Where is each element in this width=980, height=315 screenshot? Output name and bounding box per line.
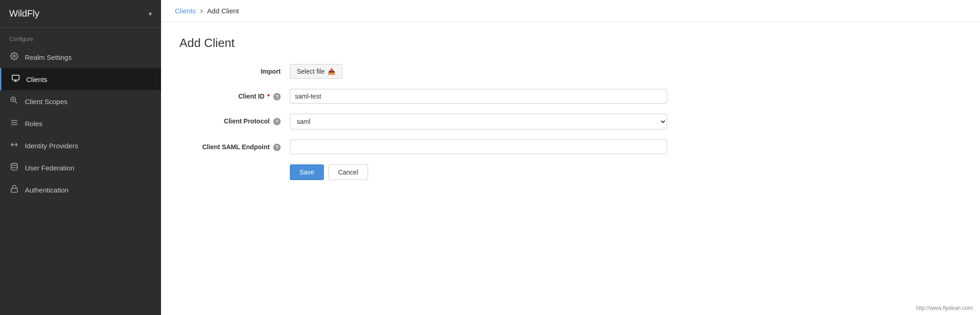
client-id-input[interactable] — [290, 89, 667, 104]
clients-icon — [11, 74, 21, 84]
breadcrumb-current: Add Client — [207, 7, 239, 15]
sidebar-item-authentication-label: Authentication — [25, 186, 69, 194]
sidebar-item-identity-providers-label: Identity Providers — [25, 142, 78, 150]
form-actions: Save Cancel — [179, 164, 686, 180]
roles-icon — [9, 118, 19, 128]
page-title: Add Client — [179, 36, 962, 50]
sidebar-item-authentication[interactable]: Authentication — [0, 179, 161, 201]
client-saml-endpoint-row: Client SAML Endpoint ? — [179, 140, 686, 154]
user-federation-icon — [9, 163, 19, 173]
sidebar-item-roles[interactable]: Roles — [0, 112, 161, 134]
sidebar-item-identity-providers[interactable]: Identity Providers — [0, 134, 161, 157]
svg-point-9 — [11, 163, 17, 166]
upload-icon: 📤 — [328, 68, 335, 75]
chevron-down-icon: ▾ — [149, 10, 152, 18]
realm-settings-icon — [9, 52, 19, 62]
client-protocol-label: Client Protocol ? — [179, 114, 281, 125]
breadcrumb: Clients > Add Client — [175, 7, 239, 15]
sidebar-item-client-scopes-label: Client Scopes — [25, 98, 68, 105]
client-saml-endpoint-help-icon[interactable]: ? — [273, 144, 281, 151]
sidebar-item-client-scopes[interactable]: Client Scopes — [0, 90, 161, 112]
authentication-icon — [9, 185, 19, 195]
sidebar-item-clients[interactable]: Clients — [0, 68, 161, 90]
sidebar-item-realm-settings[interactable]: Realm Settings — [0, 46, 161, 68]
sidebar-item-user-federation-label: User Federation — [25, 164, 75, 172]
sidebar-item-realm-settings-label: Realm Settings — [25, 53, 72, 61]
client-id-help-icon[interactable]: ? — [273, 93, 281, 100]
import-control: Select file 📤 — [290, 64, 686, 79]
client-protocol-help-icon[interactable]: ? — [273, 118, 281, 125]
sidebar-item-user-federation[interactable]: User Federation — [0, 157, 161, 179]
footer-url: http://www.flydean.com — [916, 305, 973, 311]
top-bar: Clients > Add Client — [161, 0, 980, 22]
app-name: WildFly — [9, 8, 40, 19]
required-star: * — [267, 93, 270, 100]
client-id-control — [290, 89, 686, 104]
select-file-button[interactable]: Select file 📤 — [290, 64, 342, 79]
client-id-label: Client ID * ? — [179, 89, 281, 100]
configure-label: Configure — [0, 28, 161, 46]
cancel-button[interactable]: Cancel — [329, 164, 368, 180]
identity-providers-icon — [9, 140, 19, 151]
svg-rect-10 — [11, 188, 17, 192]
client-saml-endpoint-input[interactable] — [290, 140, 667, 154]
client-protocol-select[interactable]: saml openid-connect — [290, 114, 667, 129]
breadcrumb-separator: > — [200, 7, 203, 15]
sidebar: WildFly ▾ Configure Realm Settings Clien… — [0, 0, 161, 315]
client-saml-endpoint-control — [290, 140, 686, 154]
import-row: Import Select file 📤 — [179, 64, 686, 79]
save-button[interactable]: Save — [290, 164, 324, 180]
breadcrumb-clients-link[interactable]: Clients — [175, 7, 196, 15]
select-file-label: Select file — [297, 68, 325, 75]
svg-point-0 — [13, 55, 16, 58]
svg-rect-1 — [12, 75, 19, 80]
sidebar-item-clients-label: Clients — [26, 76, 47, 83]
client-protocol-row: Client Protocol ? saml openid-connect — [179, 114, 686, 129]
sidebar-item-roles-label: Roles — [25, 120, 42, 128]
add-client-form: Import Select file 📤 Client ID * ? — [179, 64, 686, 180]
app-header[interactable]: WildFly ▾ — [0, 0, 161, 28]
main-content: Clients > Add Client Add Client Import S… — [161, 0, 980, 315]
page-body: Add Client Import Select file 📤 Client I… — [161, 22, 980, 315]
client-saml-endpoint-label: Client SAML Endpoint ? — [179, 140, 281, 151]
client-id-row: Client ID * ? — [179, 89, 686, 104]
import-label: Import — [179, 64, 281, 75]
client-protocol-control: saml openid-connect — [290, 114, 686, 129]
client-scopes-icon — [9, 96, 19, 106]
